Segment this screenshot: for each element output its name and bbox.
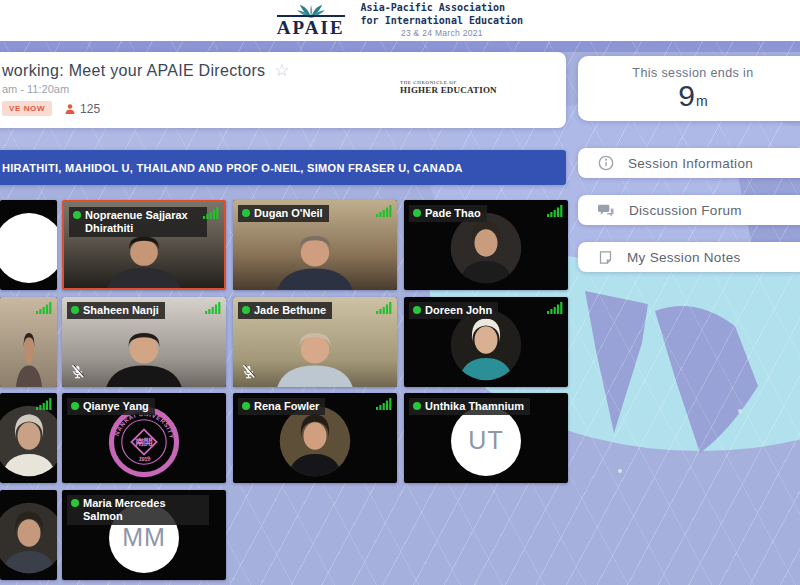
participant-tile-jade-bethune[interactable]: Jade Bethune — [233, 297, 397, 387]
participant-name: Rena Fowler — [254, 400, 319, 413]
participant-name: Qianye Yang — [83, 400, 149, 413]
participant-tile-partial[interactable] — [0, 490, 57, 580]
participant-tile-qianye-yang[interactable]: NANKAI UNIVERSITY 1919 南開 Qianye Yang — [62, 393, 226, 483]
participant-tile-partial[interactable] — [0, 393, 57, 483]
participant-name: Unthika Thamnium — [425, 400, 524, 413]
participant-tile-maria-mercedes-salmon[interactable]: MM Maria Mercedes Salmon — [62, 490, 226, 580]
initials-avatar: UT — [451, 406, 521, 476]
button-label: My Session Notes — [627, 250, 741, 265]
signal-strength-icon — [205, 302, 221, 314]
org-title: Asia-Pacific Association for Internation… — [361, 2, 524, 39]
signal-strength-icon — [36, 398, 52, 410]
participant-name-tag: Dugan O'Neil — [238, 205, 329, 222]
discussion-forum-button[interactable]: Discussion Forum — [578, 195, 800, 225]
participant-tile-doreen-john[interactable]: Doreen John — [404, 297, 568, 387]
participant-name-tag: Doreen John — [409, 302, 498, 319]
signal-strength-icon — [376, 205, 392, 217]
participant-tile-dugan-o-neil[interactable]: Dugan O'Neil — [233, 200, 397, 290]
participant-name: Pade Thao — [425, 207, 481, 220]
speaker-banner: HIRATHITI, MAHIDOL U, THAILAND AND PROF … — [0, 150, 566, 185]
signal-strength-icon — [203, 207, 219, 219]
participant-name-tag: Shaheen Nanji — [67, 302, 165, 319]
attendee-count-value: 125 — [80, 102, 100, 116]
svg-text:1919: 1919 — [138, 455, 152, 462]
button-label: Session Information — [628, 156, 753, 171]
avatar-photo — [0, 405, 57, 477]
participant-name-tag: Jade Bethune — [238, 302, 332, 319]
note-icon — [598, 250, 613, 265]
participant-name-tag: Rena Fowler — [238, 398, 325, 415]
mic-muted-icon — [241, 364, 256, 379]
participant-tile-nopraenue-sajjarax-dhirathiti[interactable]: Nopraenue Sajjarax Dhirathiti — [62, 200, 226, 290]
participant-tile-shaheen-nanji[interactable]: Shaheen Nanji — [62, 297, 226, 387]
apaie-logo-text: APAIE — [277, 15, 345, 37]
session-title: working: Meet your APAIE Directors — [2, 62, 265, 80]
signal-strength-icon — [36, 302, 52, 314]
info-icon — [598, 155, 614, 171]
presence-dot-icon — [413, 402, 421, 410]
participant-tile-unthika-thamnium[interactable]: UT Unthika Thamnium — [404, 393, 568, 483]
presence-dot-icon — [71, 306, 79, 314]
nankai-university-seal: NANKAI UNIVERSITY 1919 南開 — [107, 405, 181, 479]
initials-avatar — [0, 213, 57, 283]
live-now-badge: VE NOW — [2, 101, 52, 116]
presence-dot-icon — [242, 306, 250, 314]
participant-name-tag: Maria Mercedes Salmon — [67, 495, 209, 525]
avatar-initials: UT — [468, 426, 503, 455]
session-header-card: working: Meet your APAIE Directors ☆ am … — [0, 52, 566, 128]
favorite-star-icon[interactable]: ☆ — [274, 62, 289, 79]
person-silhouette — [86, 230, 201, 288]
participant-name: Nopraenue Sajjarax Dhirathiti — [85, 209, 201, 235]
session-information-button[interactable]: Session Information — [578, 148, 800, 178]
timer-label: This session ends in — [632, 66, 753, 80]
signal-strength-icon — [547, 205, 563, 217]
presence-dot-icon — [242, 209, 250, 217]
site-header: APAIE Asia-Pacific Association for Inter… — [0, 0, 800, 41]
presence-dot-icon — [413, 209, 421, 217]
participant-tile-rena-fowler[interactable]: Rena Fowler — [233, 393, 397, 483]
participant-tile-partial[interactable] — [0, 297, 57, 387]
signal-strength-icon — [547, 302, 563, 314]
presence-dot-icon — [242, 402, 250, 410]
presence-dot-icon — [413, 306, 421, 314]
person-silhouette — [256, 326, 374, 387]
participant-name: Dugan O'Neil — [254, 207, 323, 220]
participant-name-tag: Unthika Thamnium — [409, 398, 530, 415]
apaie-logo: APAIE — [277, 5, 345, 37]
person-icon — [64, 103, 76, 115]
signal-strength-icon — [376, 302, 392, 314]
avatar-photo — [0, 502, 57, 574]
avatar-photo — [279, 405, 351, 477]
chat-bubbles-icon — [598, 202, 615, 219]
svg-text:南開: 南開 — [135, 437, 153, 447]
participant-name: Maria Mercedes Salmon — [83, 497, 203, 523]
my-session-notes-button[interactable]: My Session Notes — [578, 242, 800, 272]
avatar-photo — [450, 212, 522, 284]
person-silhouette — [8, 326, 49, 387]
timer-value: 9m — [678, 81, 707, 111]
presence-dot-icon — [73, 211, 81, 219]
avatar-initials: MM — [122, 523, 166, 552]
session-timer-card: This session ends in 9m — [578, 56, 800, 121]
participant-name-tag: Nopraenue Sajjarax Dhirathiti — [69, 207, 207, 237]
org-title-line1: Asia-Pacific Association — [361, 2, 524, 15]
participant-name: Doreen John — [425, 304, 492, 317]
participant-tile-pade-thao[interactable]: Pade Thao — [404, 200, 568, 290]
button-label: Discussion Forum — [629, 203, 742, 218]
signal-strength-icon — [376, 398, 392, 410]
person-silhouette — [85, 326, 203, 387]
org-title-line2: for International Education — [361, 15, 524, 28]
presence-dot-icon — [71, 402, 79, 410]
chronicle-logo: THE CHRONICLE OF HIGHER EDUCATION — [400, 80, 497, 95]
person-silhouette — [256, 229, 374, 290]
participant-name-tag: Qianye Yang — [67, 398, 155, 415]
participant-tile-partial[interactable] — [0, 200, 57, 290]
participant-name: Jade Bethune — [254, 304, 326, 317]
presence-dot-icon — [71, 499, 79, 507]
event-dates: 23 & 24 March 2021 — [361, 28, 524, 39]
apaie-virtual-conference-page: APAIE Asia-Pacific Association for Inter… — [0, 0, 800, 585]
attendee-count: 125 — [64, 102, 100, 116]
participant-name-tag: Pade Thao — [409, 205, 487, 222]
participant-name: Shaheen Nanji — [83, 304, 159, 317]
mic-muted-icon — [70, 364, 85, 379]
